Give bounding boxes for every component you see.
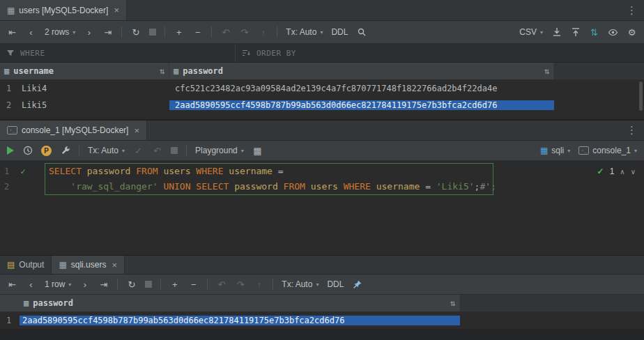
next-page-button[interactable]: ›	[79, 279, 90, 290]
sql-identifier: username	[224, 166, 278, 176]
table-row[interactable]: 1 Liki4 cfc521c23482ac93a09584ad2e139c4a…	[0, 80, 644, 97]
delete-row-button[interactable]: −	[188, 279, 199, 290]
sql-keyword: SELECT	[196, 181, 229, 192]
settings-gear-icon[interactable]: ⚙	[627, 26, 637, 38]
tx-mode-dropdown[interactable]: Tx: Auto ▾	[286, 27, 323, 37]
sql-whitespace	[49, 181, 70, 192]
last-page-button[interactable]: ⇥	[102, 26, 113, 38]
more-options-icon[interactable]: ⋮	[620, 0, 644, 20]
close-icon[interactable]: ×	[134, 125, 139, 136]
page-size-dropdown[interactable]: 2 rows ▾	[45, 27, 75, 37]
editor-gutter: 2	[0, 179, 43, 194]
page-size-dropdown[interactable]: 1 row ▾	[45, 279, 71, 289]
editor-line[interactable]: 1 ✓ SELECT password FROM users WHERE use…	[0, 164, 644, 179]
password-cell[interactable]: cfc521c23482ac93a09584ad2e139c4a7fc87077…	[169, 84, 554, 93]
success-check-icon: ✓	[597, 167, 604, 176]
tab-output[interactable]: ▤ Output	[0, 256, 52, 274]
sql-identifier: password	[229, 181, 283, 192]
pin-tab-icon[interactable]	[352, 279, 362, 290]
table-row[interactable]: 1 2aad5890595ccf4598b787b99ab563d0d66ec8…	[0, 312, 644, 329]
sort-toggle-icon[interactable]: ⇅	[544, 66, 549, 76]
vertical-scrollbar[interactable]	[639, 82, 643, 111]
filter-funnel-icon	[6, 49, 15, 57]
redo-button: ↷	[235, 279, 245, 290]
password-cell-selected[interactable]: 2aad5890595ccf4598b787b99ab563d0d66ec821…	[20, 316, 460, 325]
add-row-button[interactable]: +	[169, 279, 180, 290]
parameters-icon[interactable]: P	[41, 146, 52, 156]
chevron-down-icon: ▾	[567, 148, 570, 154]
table-row[interactable]: 2 Liki5 2aad5890595ccf4598b787b99ab563d0…	[0, 97, 644, 114]
column-header-password[interactable]: ▦ password ⇅	[169, 63, 554, 79]
reload-data-button[interactable]: ↻	[126, 279, 137, 290]
ddl-button[interactable]: DDL	[331, 27, 348, 37]
order-by-filter-input[interactable]: ORDER BY	[236, 44, 296, 62]
add-row-button[interactable]: +	[174, 26, 184, 38]
chevron-down-icon: ▾	[634, 148, 637, 154]
grid-filter-bar: WHERE ORDER BY	[0, 44, 644, 63]
sql-code[interactable]: SELECT password FROM users WHERE usernam…	[43, 164, 284, 179]
sql-editor[interactable]: 1 ✓ SELECT password FROM users WHERE use…	[0, 161, 644, 255]
tx-mode-label: Tx: Auto	[88, 146, 118, 155]
row-number: 1	[0, 84, 20, 93]
delete-row-button[interactable]: −	[192, 26, 203, 38]
sort-toggle-icon[interactable]: ⇅	[450, 298, 455, 308]
tab-sqli-users-result[interactable]: ▦ sqli.users ×	[52, 256, 125, 274]
search-icon[interactable]	[356, 26, 367, 38]
sql-keyword: UNION	[163, 181, 190, 192]
playground-dropdown[interactable]: Playground ▾	[195, 146, 244, 155]
console-dropdown[interactable]: ›_ console_1 ▾	[578, 146, 637, 155]
last-page-button[interactable]: ⇥	[98, 279, 109, 290]
compare-data-icon[interactable]: ⇅	[589, 26, 599, 38]
schema-icon: ▦	[540, 146, 548, 155]
sql-code[interactable]: 'raw_sql_danger' UNION SELECT password F…	[43, 179, 496, 194]
first-page-button[interactable]: ⇤	[7, 26, 17, 38]
grid-rows: 1 Liki4 cfc521c23482ac93a09584ad2e139c4a…	[0, 80, 644, 114]
match-count: 1	[610, 167, 615, 176]
previous-page-button[interactable]: ‹	[26, 26, 36, 38]
tx-mode-dropdown[interactable]: Tx: Auto ▾	[88, 146, 125, 155]
tx-mode-dropdown[interactable]: Tx: Auto ▾	[282, 279, 319, 289]
view-options-eye-icon[interactable]	[608, 26, 618, 38]
column-header-password[interactable]: ▦ password ⇅	[0, 295, 460, 311]
undo-button: ↶	[216, 279, 227, 290]
ddl-button[interactable]: DDL	[327, 279, 344, 289]
first-page-button[interactable]: ⇤	[7, 279, 17, 290]
next-page-button[interactable]: ›	[84, 26, 94, 38]
editor-line[interactable]: 2 'raw_sql_danger' UNION SELECT password…	[0, 179, 644, 194]
close-icon[interactable]: ×	[112, 260, 117, 270]
execute-button[interactable]	[7, 146, 14, 155]
username-cell[interactable]: Liki5	[20, 100, 169, 110]
sql-comment: #';	[480, 181, 496, 192]
export-data-icon[interactable]	[551, 26, 562, 38]
tab-console-1[interactable]: ›_ console_1 [MySQL5-Docker] ×	[0, 121, 147, 140]
previous-match-button[interactable]: ∧	[620, 168, 624, 176]
sort-toggle-icon[interactable]: ⇅	[160, 66, 164, 76]
stop-button	[149, 29, 156, 36]
more-options-icon[interactable]: ⋮	[620, 121, 644, 140]
header-filler	[460, 295, 644, 311]
console-tab-bar: ›_ console_1 [MySQL5-Docker] × ⋮	[0, 120, 644, 141]
view-as-grid-icon[interactable]: ▦	[252, 145, 263, 156]
column-header-username[interactable]: ▦ username ⇅	[0, 63, 169, 79]
tab-users-table[interactable]: ▦ users [MySQL5-Docker] ×	[0, 0, 127, 20]
result-toolbar: ⇤ ‹ 1 row ▾ › ⇥ ↻ + − ↶ ↷ ↑ Tx: Auto ▾ D…	[0, 275, 644, 295]
query-history-icon[interactable]	[22, 145, 33, 156]
username-cell[interactable]: Liki4	[20, 84, 169, 93]
password-cell-selected[interactable]: 2aad5890595ccf4598b787b99ab563d0d66ec821…	[169, 100, 554, 110]
reload-data-button[interactable]: ↻	[130, 26, 141, 38]
page-size-label: 1 row	[45, 279, 65, 289]
export-format-dropdown[interactable]: CSV ▾	[519, 27, 543, 37]
properties-wrench-icon[interactable]	[60, 145, 70, 156]
next-match-button[interactable]: ∨	[631, 168, 636, 176]
where-filter-input[interactable]: WHERE	[0, 44, 236, 62]
sql-string: 'raw_sql_danger'	[70, 181, 158, 192]
previous-page-button[interactable]: ‹	[26, 279, 36, 290]
close-icon[interactable]: ×	[114, 5, 119, 15]
column-title: password	[183, 66, 223, 76]
import-data-icon[interactable]	[570, 26, 581, 38]
schema-dropdown[interactable]: ▦ sqli ▾	[540, 146, 570, 155]
table-icon: ▦	[7, 6, 15, 15]
divider	[273, 279, 273, 290]
commit-button: ✓	[133, 145, 144, 156]
submit-changes-button: ↑	[254, 279, 264, 290]
